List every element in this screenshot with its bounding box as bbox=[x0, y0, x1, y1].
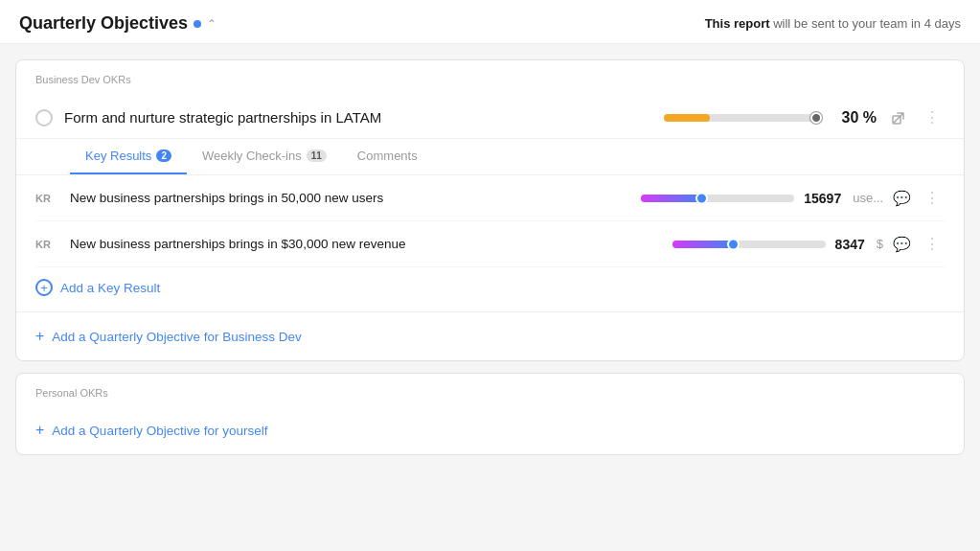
comment-icon-2[interactable]: 💬 bbox=[893, 236, 911, 253]
tab-weekly-checkins-label: Weekly Check-ins bbox=[202, 149, 302, 163]
tab-comments[interactable]: Comments bbox=[342, 139, 433, 174]
business-dev-card: Business Dev OKRs Form and nurture strat… bbox=[15, 59, 965, 361]
report-notice: This report will be sent to your team in… bbox=[705, 16, 961, 31]
add-kr-row[interactable]: + Add a Key Result bbox=[16, 267, 964, 311]
progress-bar-container bbox=[664, 114, 817, 122]
objective-row: Form and nurture strategic partnerships … bbox=[16, 93, 964, 139]
business-dev-label: Business Dev OKRs bbox=[16, 60, 964, 93]
kr2-progress-track bbox=[672, 241, 826, 248]
add-kr-icon: + bbox=[35, 279, 53, 296]
more-options-icon[interactable]: ⋮ bbox=[921, 106, 945, 128]
report-bold: This report bbox=[705, 16, 770, 31]
kr-unit-2: $ bbox=[877, 237, 883, 251]
kr-title-2: New business partnerships brings in $30,… bbox=[70, 237, 663, 251]
add-personal-obj-text: Add a Quarterly Objective for yourself bbox=[52, 424, 267, 438]
kr-row: KR New business partnerships brings in 5… bbox=[35, 175, 945, 221]
kr2-progress-container bbox=[672, 241, 826, 248]
add-personal-plus-icon: + bbox=[35, 422, 44, 439]
add-objective-personal[interactable]: + Add a Quarterly Objective for yourself bbox=[16, 406, 964, 454]
progress-bar-track bbox=[664, 114, 817, 122]
add-plus-icon: + bbox=[35, 328, 44, 345]
status-dot bbox=[194, 20, 201, 28]
kr1-progress-container bbox=[641, 195, 794, 202]
progress-bar-marker bbox=[810, 112, 822, 124]
kr2-more-icon[interactable]: ⋮ bbox=[921, 233, 945, 255]
add-objective-business-dev[interactable]: + Add a Quarterly Objective for Business… bbox=[16, 312, 964, 360]
top-bar-left: Quarterly Objectives ⌃ bbox=[19, 13, 217, 34]
tabs-row: Key Results 2 Weekly Check-ins 11 Commen… bbox=[16, 139, 964, 175]
personal-okr-card: Personal OKRs + Add a Quarterly Objectiv… bbox=[15, 373, 965, 455]
objective-title: Form and nurture strategic partnerships … bbox=[64, 109, 652, 126]
kr1-progress-dot bbox=[695, 192, 708, 204]
kr-value-2: 8347 bbox=[835, 237, 865, 252]
external-link-icon[interactable] bbox=[888, 109, 909, 126]
tab-weekly-checkins-badge: 11 bbox=[307, 149, 327, 162]
objective-percent: 30 % bbox=[829, 109, 877, 126]
kr-title-1: New business partnerships brings in 50,0… bbox=[70, 191, 631, 205]
objective-circle[interactable] bbox=[35, 109, 53, 126]
main-content: Business Dev OKRs Form and nurture strat… bbox=[0, 44, 980, 482]
kr-label-1: KR bbox=[35, 193, 60, 204]
kr2-progress-dot bbox=[727, 238, 740, 250]
chevron-up-icon[interactable]: ⌃ bbox=[207, 17, 217, 31]
tab-key-results[interactable]: Key Results 2 bbox=[70, 139, 187, 174]
page-title: Quarterly Objectives bbox=[19, 13, 188, 34]
kr1-progress-fill bbox=[641, 195, 702, 202]
personal-okr-label: Personal OKRs bbox=[16, 374, 964, 406]
add-kr-text: Add a Key Result bbox=[60, 281, 160, 295]
top-bar: Quarterly Objectives ⌃ This report will … bbox=[0, 0, 980, 44]
kr-unit-1: use... bbox=[853, 191, 883, 205]
progress-bar-fill bbox=[664, 114, 710, 122]
report-suffix: will be sent to your team in 4 days bbox=[770, 16, 961, 31]
comment-icon-1[interactable]: 💬 bbox=[893, 190, 911, 207]
kr1-more-icon[interactable]: ⋮ bbox=[921, 187, 945, 209]
kr-row-2: KR New business partnerships brings in $… bbox=[35, 221, 945, 267]
kr2-progress-fill bbox=[672, 241, 734, 248]
tab-key-results-badge: 2 bbox=[156, 149, 171, 162]
tab-comments-label: Comments bbox=[357, 149, 418, 163]
kr-label-2: KR bbox=[35, 239, 60, 250]
add-obj-text: Add a Quarterly Objective for Business D… bbox=[52, 330, 301, 344]
kr1-progress-track bbox=[641, 195, 794, 202]
kr-value-1: 15697 bbox=[804, 191, 841, 206]
tab-weekly-checkins[interactable]: Weekly Check-ins 11 bbox=[187, 139, 342, 174]
tab-key-results-label: Key Results bbox=[85, 149, 151, 163]
kr-list: KR New business partnerships brings in 5… bbox=[16, 175, 964, 267]
